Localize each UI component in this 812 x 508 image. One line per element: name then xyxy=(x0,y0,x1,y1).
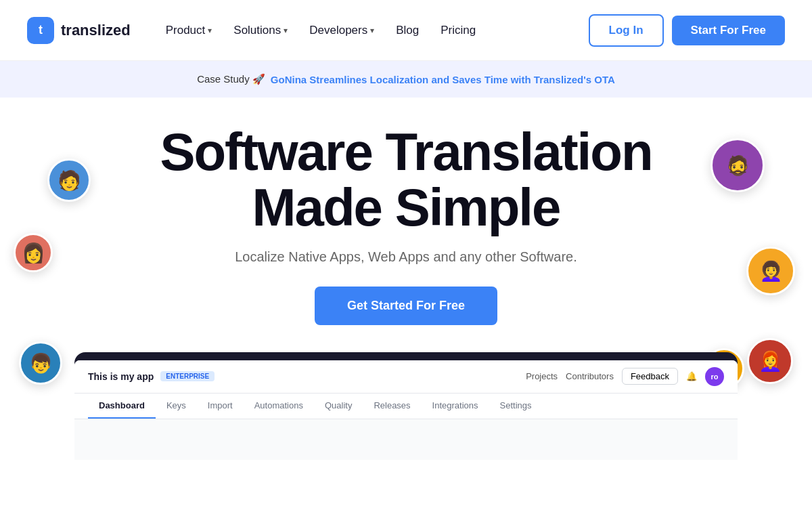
banner-prefix: Case Study 🚀 xyxy=(197,73,265,85)
banner-link[interactable]: GoNina Streamlines Localization and Save… xyxy=(271,74,615,85)
logo-text: translized xyxy=(61,22,131,39)
user-avatar[interactable]: ro xyxy=(705,367,724,386)
projects-link[interactable]: Projects xyxy=(526,371,558,381)
get-started-button[interactable]: Get Started For Free xyxy=(315,287,497,325)
tab-settings[interactable]: Settings xyxy=(489,394,543,419)
chevron-down-icon: ▾ xyxy=(370,26,374,35)
avatar-5: 👦 xyxy=(19,341,62,385)
chevron-down-icon: ▾ xyxy=(284,26,288,35)
app-tabs: Dashboard Keys Import Automations Qualit… xyxy=(74,394,738,419)
chevron-down-icon: ▾ xyxy=(208,26,212,35)
tab-quality[interactable]: Quality xyxy=(314,394,363,419)
avatar-4: 👩‍🦱 xyxy=(746,247,795,295)
logo[interactable]: t translized xyxy=(27,17,131,44)
hero-title: Software Translation Made Simple xyxy=(102,125,710,236)
nav-item-solutions[interactable]: Solutions ▾ xyxy=(225,20,296,41)
navbar: t translized Product ▾ Solutions ▾ Devel… xyxy=(0,0,812,61)
hero-section: 🧑 🧔 👩 👩‍🦱 👦 👩‍🦰 👩 Software Translation M… xyxy=(0,98,812,460)
hero-subtitle: Localize Native Apps, Web Apps and any o… xyxy=(27,249,785,265)
banner-inner: Case Study 🚀 GoNina Streamlines Localiza… xyxy=(197,73,615,85)
tab-dashboard[interactable]: Dashboard xyxy=(88,394,156,419)
nav-item-developers[interactable]: Developers ▾ xyxy=(301,20,382,41)
app-topbar-left: This is my app ENTERPRISE xyxy=(88,371,215,382)
nav-right: Log In Start For Free xyxy=(589,14,785,47)
enterprise-badge: ENTERPRISE xyxy=(160,371,215,381)
avatar-1: 🧑 xyxy=(47,158,91,202)
feedback-button[interactable]: Feedback xyxy=(622,368,678,385)
notification-icon[interactable]: 🔔 xyxy=(686,371,697,381)
app-name: This is my app xyxy=(88,371,154,382)
nav-links: Product ▾ Solutions ▾ Developers ▾ Blog … xyxy=(158,20,484,41)
nav-item-pricing[interactable]: Pricing xyxy=(432,20,484,41)
nav-item-product[interactable]: Product ▾ xyxy=(158,20,221,41)
app-body xyxy=(74,419,738,460)
app-topbar-right: Projects Contributors Feedback 🔔 ro xyxy=(526,367,724,386)
login-button[interactable]: Log In xyxy=(589,14,664,47)
tab-import[interactable]: Import xyxy=(197,394,244,419)
start-free-button[interactable]: Start For Free xyxy=(672,16,785,45)
tab-integrations[interactable]: Integrations xyxy=(422,394,489,419)
app-topbar: This is my app ENTERPRISE Projects Contr… xyxy=(74,360,738,394)
contributors-link[interactable]: Contributors xyxy=(566,371,614,381)
nav-item-blog[interactable]: Blog xyxy=(388,20,427,41)
avatar-6: 👩‍🦰 xyxy=(747,338,793,384)
app-preview-inner: This is my app ENTERPRISE Projects Contr… xyxy=(74,360,738,460)
tab-automations[interactable]: Automations xyxy=(244,394,314,419)
app-preview: This is my app ENTERPRISE Projects Contr… xyxy=(74,352,738,460)
nav-left: t translized Product ▾ Solutions ▾ Devel… xyxy=(27,17,484,44)
banner: Case Study 🚀 GoNina Streamlines Localiza… xyxy=(0,61,812,98)
avatar-3: 👩 xyxy=(14,233,53,272)
tab-releases[interactable]: Releases xyxy=(363,394,421,419)
tab-keys[interactable]: Keys xyxy=(156,394,197,419)
logo-icon: t xyxy=(27,17,54,44)
avatar-2: 🧔 xyxy=(710,138,765,192)
